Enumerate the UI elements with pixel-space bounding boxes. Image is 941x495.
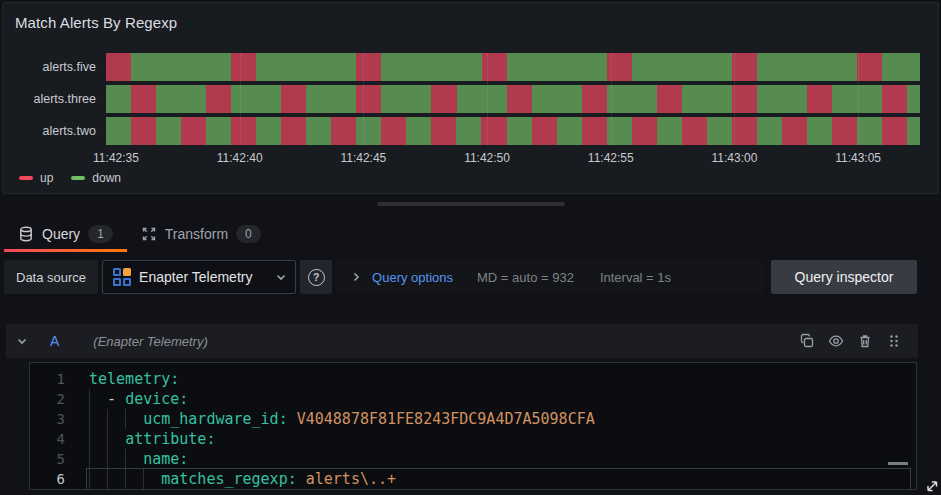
series-segments [106,53,920,81]
state-segment-down [882,53,920,81]
line-number: 6 [30,469,65,489]
code-token-key: matches_regexp: [161,470,296,488]
line-number: 3 [30,409,65,429]
tab-query[interactable]: Query 1 [4,216,127,252]
code-token-plain [297,470,306,488]
toggle-visibility-eye-icon[interactable] [828,333,844,349]
state-segment-up [732,85,757,113]
datasource-help-button[interactable]: ? [300,260,332,294]
collapse-chevron-icon[interactable] [16,335,28,347]
state-segment-down [306,117,331,145]
indent-guide [125,449,126,469]
query-inspector-button[interactable]: Query inspector [771,260,917,294]
code-token-plain: - [107,390,125,408]
query-options-toggle[interactable]: Query options MD = auto = 932 Interval =… [336,260,763,294]
time-tick-label: 11:43:00 [712,151,758,165]
pane-splitter-handle[interactable] [377,202,565,206]
state-segment-down [156,85,206,113]
legend-item-up[interactable]: up [19,171,53,185]
state-segment-down [757,85,807,113]
code-editor[interactable]: 1telemetry:2 - device:3 ucm_hardware_id:… [29,362,917,490]
state-segment-down [381,85,431,113]
state-segment-down [532,85,582,113]
state-segment-down [507,53,607,81]
indent-guide [125,469,126,489]
state-segment-down [682,85,732,113]
state-segment-up [281,117,306,145]
state-segment-up [331,117,356,145]
code-token-key: telemetry: [89,370,179,388]
line-content: - device: [89,389,916,409]
drag-handle-grip-icon[interactable] [886,333,902,349]
code-token-plain [288,410,297,428]
indent-guide [107,449,108,469]
line-number: 2 [30,389,65,409]
state-segment-up [607,53,632,81]
state-segment-up [682,117,707,145]
datasource-select[interactable]: Enapter Telemetry [102,260,296,294]
state-segment-up [882,85,907,113]
indent-guide [89,429,90,449]
question-circle-icon: ? [308,269,325,286]
datasource-value: Enapter Telemetry [139,269,267,285]
time-tick-label: 11:42:50 [464,151,510,165]
code-line: 1telemetry: [30,369,916,389]
query-toolbar: Data source Enapter Telemetry ? Query op… [4,260,917,294]
state-segment-down [231,85,281,113]
tab-transform[interactable]: Transform 0 [127,216,275,252]
state-segment-up [782,117,807,145]
code-token-value: V4048878F81FE8243FDC9A4D7A5098CFA [297,410,595,428]
query-options-label: Query options [372,270,453,285]
tab-query-count-badge: 1 [88,225,113,243]
state-segment-down [156,117,181,145]
code-token-key: device: [125,390,188,408]
state-segment-down [632,53,732,81]
indent-guide [89,469,90,489]
legend-swatch-up [19,176,33,180]
indent-guide [125,409,126,429]
code-line: 3 ucm_hardware_id: V4048878F81FE8243FDC9… [30,409,916,429]
duplicate-query-icon[interactable] [799,333,815,349]
indent-guide [89,409,90,429]
state-segment-down [607,85,657,113]
state-segment-down [757,53,857,81]
indent-guide [143,469,144,489]
legend: up down [19,171,121,185]
delete-query-trash-icon[interactable] [857,333,873,349]
state-segment-down [557,117,582,145]
line-content: matches_regexp: alerts\..+ [89,469,916,489]
query-datasource-hint: (Enapter Telemetry) [93,334,207,349]
database-icon [18,226,34,242]
state-segment-down [457,85,507,113]
state-segment-up [582,85,607,113]
query-row-header[interactable]: A (Enapter Telemetry) [6,324,918,358]
time-tick-label: 11:42:40 [217,151,263,165]
timeline-panel: Match Alerts By Regexp alerts.fivealerts… [2,2,939,194]
state-segment-up [532,117,557,145]
state-segment-down [306,85,356,113]
state-segment-down [857,117,882,145]
state-segment-down [256,53,356,81]
legend-item-down[interactable]: down [71,171,121,185]
state-segment-up [381,117,406,145]
code-line: 4 attribute: [30,429,916,449]
indent-guide [107,409,108,429]
state-segment-down [657,117,682,145]
transform-icon [141,226,157,242]
line-content: attribute: [89,429,916,449]
state-segment-up [657,85,682,113]
time-tick-label: 11:43:05 [835,151,881,165]
time-axis: 11:42:3511:42:4011:42:4511:42:5011:42:55… [116,151,920,167]
code-token-key: ucm_hardware_id: [143,410,288,428]
state-segment-up [807,85,832,113]
state-segment-down [131,53,231,81]
state-segment-up [131,85,156,113]
state-segment-down [507,117,532,145]
code-line: 6 matches_regexp: alerts\..+ [30,469,916,489]
legend-label: down [92,171,121,185]
query-ref-id: A [50,333,59,349]
state-segment-up [632,117,657,145]
diagonal-resize-handle-icon[interactable] [924,478,940,494]
timeline-row: alerts.five [3,53,938,81]
indent-guide [107,429,108,449]
